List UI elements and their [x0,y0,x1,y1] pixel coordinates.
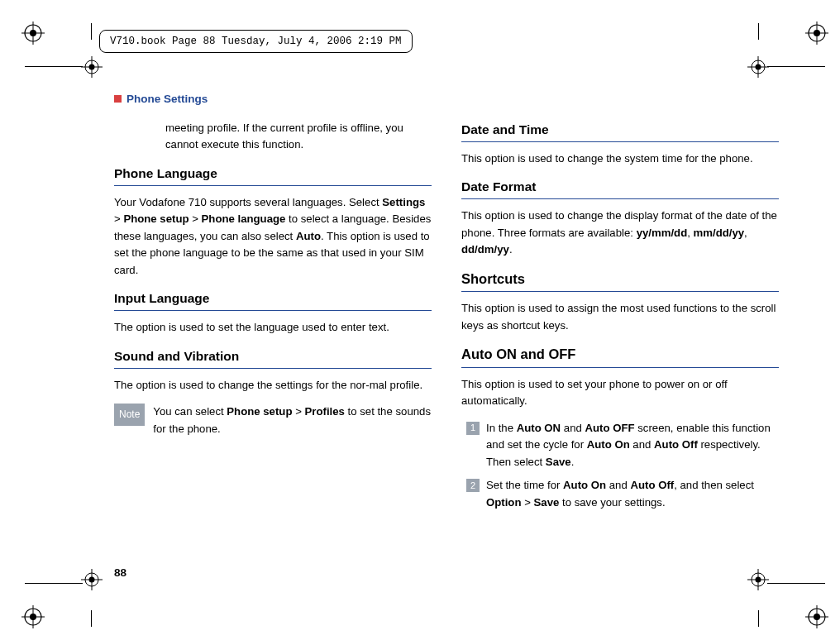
text-bold: Auto On [587,438,630,451]
page-content: Phone Settings meeting profile. If the c… [114,83,779,518]
text: Set the time for [486,479,563,491]
para-phone-language: Your Vodafone 710 supports several langu… [114,194,432,279]
text: , [687,227,693,239]
text-bold: Auto OFF [585,422,635,434]
text-bold: Profiles [305,405,345,418]
heading-phone-language: Phone Language [114,164,432,186]
text-bold: Phone setup [123,213,189,225]
text: , and then select [674,479,754,491]
heading-sound-vibration: Sound and Vibration [114,346,432,369]
crop-line-v-left-bot [91,610,92,627]
para-auto-on-off: This option is used to set your phone to… [461,376,779,410]
section-bullet-icon [114,95,122,103]
crop-target-inner-tr [747,56,769,81]
crop-line-v-left [91,23,92,40]
text: In the [486,422,517,434]
crop-line-v-right [758,23,759,40]
crop-line-h-bot-l [25,583,83,584]
crop-target-inner-bl [81,569,103,594]
text-bold: dd/dm/yy [461,243,509,256]
step-text: Set the time for Auto On and Auto Off, a… [486,477,779,511]
text-bold: Auto Off [654,438,698,451]
text: to save your settings. [559,496,665,509]
text-bold: Option [486,496,521,509]
heading-date-format: Date Format [461,177,779,199]
text: . [509,243,513,256]
para-date-format: This option is used to change the displa… [461,208,779,258]
text: > [114,213,123,225]
heading-shortcuts: Shortcuts [461,269,779,293]
crop-line-v-right-bot [758,610,759,627]
section-title: Phone Settings [126,93,208,105]
text: . [571,456,575,468]
step-text: In the Auto ON and Auto OFF screen, enab… [486,420,779,470]
step-2: 2 Set the time for Auto On and Auto Off,… [466,477,779,511]
text-bold: Phone setup [227,405,292,418]
crop-line-h-top-r [767,66,825,67]
text-bold: Settings [382,196,425,208]
heading-input-language: Input Language [114,289,432,311]
crop-line-h-top-l [25,66,83,67]
left-column: meeting profile. If the current profile … [114,120,432,518]
note-badge: Note [114,404,145,426]
note-block: Note You can select Phone setup > Profil… [114,404,432,437]
crop-mark-tr [805,21,828,45]
crop-mark-bl [21,605,45,628]
text-bold: Auto On [563,479,606,491]
para-shortcuts: This option is used to assign the most u… [461,300,779,334]
section-header: Phone Settings [114,93,779,105]
text: > [189,213,202,225]
text: > [292,405,304,418]
step-number: 2 [466,479,480,492]
text-bold: Save [546,456,571,468]
crop-target-inner-tl [81,56,103,81]
para-sound-vibration: The option is used to change the setting… [114,377,432,394]
crop-mark-tl [21,21,45,45]
text-bold: mm/dd/yy [694,227,745,239]
note-text: You can select Phone setup > Profiles to… [153,404,432,437]
text: and [630,438,654,451]
text: > [521,496,533,509]
continued-text: meeting profile. If the current profile … [165,120,432,154]
file-info-header: V710.book Page 88 Tuesday, July 4, 2006 … [99,30,413,53]
crop-target-inner-br [747,569,769,594]
text-bold: Save [534,496,560,509]
text: , [744,227,747,239]
text-bold: Auto ON [517,422,561,434]
text-bold: yy/mm/dd [637,227,688,239]
right-column: Date and Time This option is used to cha… [461,120,779,518]
crop-mark-br [805,605,828,628]
text: Your Vodafone 710 supports several langu… [114,196,382,208]
heading-auto-on-off: Auto ON and OFF [461,344,779,368]
text-bold: Phone language [202,213,286,225]
step-1: 1 In the Auto ON and Auto OFF screen, en… [466,420,779,470]
para-date-time: This option is used to change the system… [461,150,779,167]
text-bold: Auto [296,230,321,242]
crop-line-h-bot-r [767,583,825,584]
step-number: 1 [466,422,480,435]
heading-date-time: Date and Time [461,120,779,142]
page-number: 88 [114,566,126,579]
para-input-language: The option is used to set the language u… [114,319,432,336]
text: and [561,422,585,434]
text: and [606,479,630,491]
text-bold: Auto Off [630,479,674,491]
text: You can select [153,405,227,418]
